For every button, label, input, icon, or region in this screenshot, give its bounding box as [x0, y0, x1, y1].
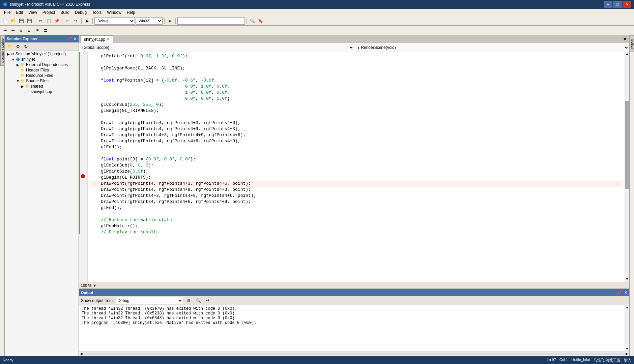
title-bar: 🔷 shinyjet - Microsoft Visual C++ 2010 E… — [0, 0, 634, 9]
code-line-29: glPopMatrix(); — [90, 223, 622, 229]
se-refresh-btn[interactable]: ↻ — [22, 43, 30, 50]
document-outline-tab[interactable]: Document Outline — [0, 35, 4, 66]
tree-shared[interactable]: ▶ 📁 shared — [5, 84, 79, 89]
solution-label: Solution 'shinyjet' (1 project) — [16, 52, 66, 56]
menu-item-tools[interactable]: Tools — [89, 9, 104, 16]
source-label: Source Files — [26, 79, 49, 83]
outdent-btn[interactable]: ⇤ — [9, 27, 17, 34]
platform-dropdown[interactable]: Win32 — [136, 17, 163, 25]
scroll-up-arrow[interactable]: ▲ — [625, 52, 629, 57]
align-btn[interactable]: ≡ — [34, 27, 41, 34]
close-button[interactable]: ✕ — [623, 1, 631, 8]
menu-item-project[interactable]: Project — [40, 9, 58, 16]
scroll-down-arrow[interactable]: ▼ — [625, 277, 629, 282]
code-line-12: DrawTriangle(rgfPoints4, rgfPoints4+3, r… — [90, 120, 622, 126]
tab-bar: shinyjet.cpp ✕ ▼ — [79, 35, 629, 43]
out-scroll-up[interactable]: ▲ — [625, 305, 629, 310]
undo-btn[interactable]: ↩ — [64, 17, 71, 25]
out-hscroll-track[interactable] — [84, 353, 625, 355]
code-line-10: glBegin(GL_TRIANGLES); — [90, 108, 622, 114]
se-title: Solution Explorer — [7, 37, 38, 41]
output-content[interactable]: The thread 'Win32 Thread' (0x3e70) has e… — [79, 305, 625, 351]
run-btn[interactable]: ▶ — [166, 17, 174, 25]
tree-project[interactable]: ▼ 🔷 shinyjet — [5, 57, 79, 62]
output-pin-btn[interactable]: 📌 — [617, 291, 622, 295]
output-source-dropdown[interactable]: Debug — [116, 297, 183, 304]
shared-arrow: ▶ — [20, 85, 25, 88]
out-scroll-track[interactable] — [625, 310, 629, 346]
toolbox-tab[interactable]: Toolbox — [630, 35, 634, 52]
menu-item-build[interactable]: Build — [58, 9, 72, 16]
se-close-btn[interactable]: ✕ — [74, 37, 77, 41]
scroll-thumb[interactable] — [625, 101, 629, 189]
zoom-label: 100 % — [81, 283, 91, 287]
cut-btn[interactable]: ✂ — [37, 17, 44, 25]
tree-header-files[interactable]: 📁 Header Files — [5, 67, 79, 73]
tree-ext-deps[interactable]: ▶ 📁 External Dependencies — [5, 62, 79, 67]
tree-resource-files[interactable]: 📁 Resource Files — [5, 73, 79, 78]
build-btn[interactable]: ▶ — [83, 17, 91, 25]
bookmark-btn[interactable]: 🔖 — [257, 17, 264, 25]
output-close-btn[interactable]: ✕ — [624, 291, 627, 295]
output-wrap-btn[interactable]: ↵ — [204, 297, 211, 304]
uncomment-btn[interactable]: // — [26, 27, 33, 34]
menu-item-edit[interactable]: Edit — [13, 9, 26, 16]
solution-explorer: Solution Explorer 📌 ✕ 📁 ⚙ ↻ ▶ 🗂 Solution… — [5, 35, 79, 356]
scope-dropdown[interactable]: (Global Scope) — [79, 43, 354, 52]
open-btn[interactable]: 📂 — [9, 17, 17, 25]
out-scroll-down[interactable]: ▼ — [625, 346, 629, 351]
comment-btn[interactable]: // — [18, 27, 25, 34]
code-line-7: 1.0f, 0.0f, 0.0f, — [90, 90, 622, 96]
se-properties-btn[interactable]: ⚙ — [14, 43, 22, 50]
se-toolbar: 📁 ⚙ ↻ — [5, 42, 79, 51]
format-btn[interactable]: ≣ — [42, 27, 49, 34]
debug-config-dropdown[interactable]: Debug Release — [94, 17, 135, 25]
out-hscroll-right[interactable]: ▶ — [625, 352, 629, 356]
menu-item-view[interactable]: View — [26, 9, 40, 16]
tree-source-files[interactable]: ▼ 📁 Source Files — [5, 78, 79, 84]
status-label1: Huffie_lofut — [571, 358, 590, 363]
search-input[interactable] — [177, 17, 245, 25]
minimize-button[interactable]: ─ — [604, 1, 612, 8]
solution-arrow: ▶ — [6, 52, 11, 56]
tab-label: shinyjet.cpp — [84, 37, 105, 42]
editor-tab-shinyjet[interactable]: shinyjet.cpp ✕ — [80, 35, 113, 43]
tree-shinyjet-cpp[interactable]: 📄 shinyjet.cpp — [5, 89, 79, 94]
menu-item-file[interactable]: File — [1, 9, 13, 16]
tab-close-btn[interactable]: ✕ — [107, 37, 109, 41]
margin-line-23 — [79, 185, 87, 191]
resource-icon: 📁 — [20, 73, 25, 78]
code-line-6: 0.0f, 1.0f, 0.0f, — [90, 84, 622, 90]
menu-item-window[interactable]: Window — [104, 9, 124, 16]
indent-btn[interactable]: ⇥ — [1, 27, 9, 34]
sep2 — [62, 18, 62, 24]
tab-scroll-btn[interactable]: ▼ — [621, 35, 629, 43]
save-all-btn[interactable]: 💾 — [26, 17, 33, 25]
output-find-btn[interactable]: 🔍 — [195, 297, 202, 304]
redo-btn[interactable]: ↪ — [72, 17, 80, 25]
margin-line-6 — [79, 82, 87, 88]
ext-deps-arrow: ▶ — [16, 63, 20, 67]
save-btn[interactable]: 💾 — [18, 17, 25, 25]
status-label3: 输入 — [624, 358, 631, 363]
margin-line-14 — [79, 131, 87, 137]
code-line-15: DrawTriangle(rgfPoints4, rgfPoints4+6, r… — [90, 138, 622, 144]
menu-item-help[interactable]: Help — [124, 9, 138, 16]
code-scroll[interactable]: glRotatef(rot, 0.0f, 1.0f, 0.0f); glPoly… — [88, 52, 625, 282]
window-title: shinyjet - Microsoft Visual C++ 2010 Exp… — [10, 2, 90, 7]
zoom-dropdown-arrow[interactable]: ▼ — [93, 283, 96, 287]
menu-item-debug[interactable]: Debug — [72, 9, 89, 16]
tree-solution[interactable]: ▶ 🗂 Solution 'shinyjet' (1 project) — [5, 51, 79, 57]
se-pin-btn[interactable]: 📌 — [67, 37, 72, 41]
copy-btn[interactable]: 📋 — [45, 17, 52, 25]
maximize-button[interactable]: □ — [613, 1, 622, 8]
out-hscroll-left[interactable]: ◀ — [79, 352, 84, 356]
paste-btn[interactable]: 📌 — [53, 17, 60, 25]
function-dropdown[interactable]: ⬥ RenderScene(void) — [354, 43, 629, 52]
find-in-files-btn[interactable]: 🔍 — [249, 17, 256, 25]
scroll-track[interactable] — [625, 57, 629, 277]
code-line-20: glPointSize(6.0f); — [90, 169, 622, 175]
new-file-btn[interactable]: 📄 — [1, 17, 9, 25]
se-new-folder-btn[interactable]: 📁 — [6, 43, 13, 50]
output-clear-btn[interactable]: 🗑 — [185, 297, 193, 304]
